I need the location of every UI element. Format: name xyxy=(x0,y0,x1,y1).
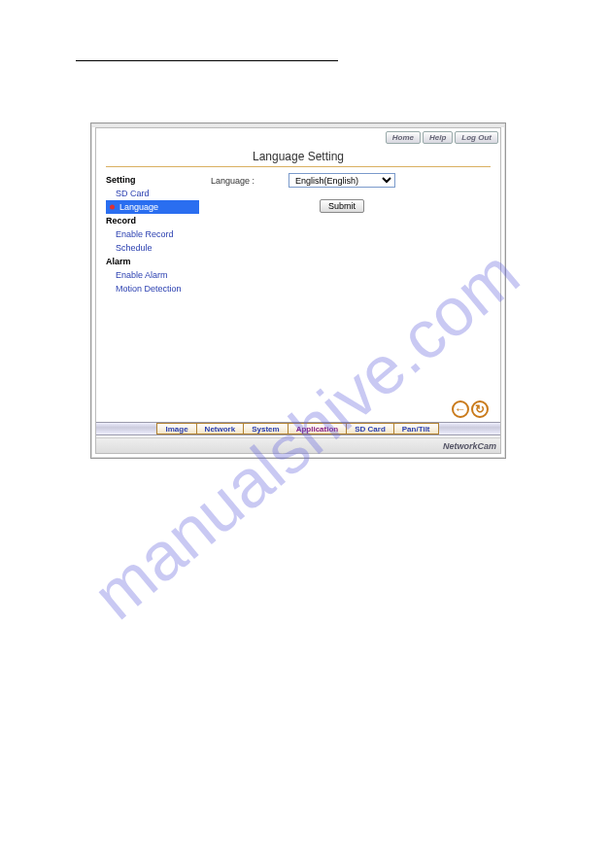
tab-system[interactable]: System xyxy=(243,423,288,434)
main-panel: Language : English(English) Submit xyxy=(199,173,491,295)
tab-application[interactable]: Application xyxy=(288,423,348,434)
logout-button[interactable]: Log Out xyxy=(455,131,498,144)
page-title: Language Setting xyxy=(96,146,500,166)
app-window: Home Help Log Out Language Setting Setti… xyxy=(90,122,506,459)
language-label: Language : xyxy=(211,176,289,186)
footer-bg xyxy=(96,437,500,453)
submit-button[interactable]: Submit xyxy=(320,199,364,213)
sidebar: Setting SD Card Language Record Enable R… xyxy=(106,173,199,295)
sidebar-item-schedule[interactable]: Schedule xyxy=(106,241,199,255)
back-icon[interactable]: ← xyxy=(452,400,469,418)
language-select[interactable]: English(English) xyxy=(289,173,395,188)
window-inner: Home Help Log Out Language Setting Setti… xyxy=(95,127,501,454)
sidebar-item-language[interactable]: Language xyxy=(106,200,199,214)
tab-pantilt[interactable]: Pan/Tilt xyxy=(393,423,439,434)
tab-network[interactable]: Network xyxy=(196,423,245,434)
home-button[interactable]: Home xyxy=(386,131,421,144)
side-heading-alarm: Alarm xyxy=(106,255,199,268)
sidebar-item-enable-record[interactable]: Enable Record xyxy=(106,227,199,241)
side-heading-record: Record xyxy=(106,214,199,227)
tab-image[interactable]: Image xyxy=(156,423,196,434)
title-rule xyxy=(106,166,491,167)
tab-sdcard[interactable]: SD Card xyxy=(346,423,394,434)
top-divider xyxy=(76,60,338,61)
content-row: Setting SD Card Language Record Enable R… xyxy=(96,173,500,295)
help-button[interactable]: Help xyxy=(423,131,453,144)
reload-icon[interactable]: ↻ xyxy=(471,400,489,418)
nav-icons: ← ↻ xyxy=(452,400,489,418)
topbar: Home Help Log Out xyxy=(96,128,500,146)
sidebar-item-motion-detection[interactable]: Motion Detection xyxy=(106,282,199,295)
language-row: Language : English(English) xyxy=(211,173,491,188)
bottom-tabs: Image Network System Application SD Card… xyxy=(96,422,500,435)
sidebar-item-sdcard[interactable]: SD Card xyxy=(106,187,199,200)
side-heading-setting: Setting xyxy=(106,173,199,187)
footer-brand: NetworkCam xyxy=(443,441,496,451)
sidebar-item-enable-alarm[interactable]: Enable Alarm xyxy=(106,268,199,282)
